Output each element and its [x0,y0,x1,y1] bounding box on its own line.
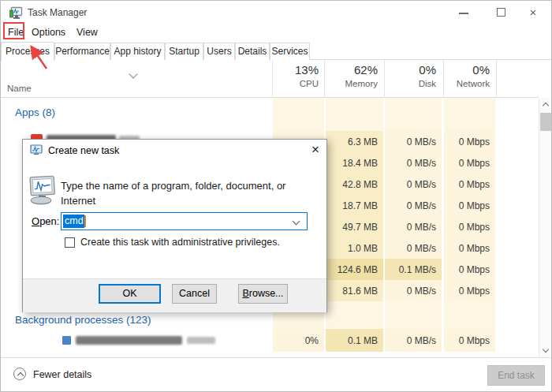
disk-value: 0 MB/s [385,174,442,195]
group-label-background: Background processes (123) [15,314,151,326]
tab-services[interactable]: Services [270,43,310,60]
fewer-details-toggle[interactable]: Fewer details [33,369,91,380]
memory-value: 6.3 MB [326,131,383,152]
disk-value: 0 MB/s [385,131,442,152]
window-title: Task Manager [28,7,87,18]
tab-strip: Processes Performance App history Startu… [1,42,551,60]
menu-view[interactable]: View [76,27,98,38]
column-header-name[interactable]: Name [7,84,32,93]
network-value: 0 Mbps [444,259,495,280]
memory-value: 49.7 MB [326,216,383,237]
tab-performance[interactable]: Performance [54,43,110,60]
vertical-scrollbar[interactable] [539,98,552,357]
network-value: 0 Mbps [444,174,495,195]
dialog-footer: OK Cancel Browse... [23,278,326,312]
memory-value: 81.6 MB [326,280,383,301]
tab-details[interactable]: Details [235,43,270,60]
column-header-network[interactable]: 0% Network [444,63,490,88]
close-button[interactable]: × [520,1,546,24]
close-icon: × [530,6,537,19]
memory-value: 18.7 MB [326,195,383,216]
network-value: 0 Mbps [444,195,495,216]
ok-button[interactable]: OK [99,284,161,304]
minimize-button[interactable] [450,1,477,24]
tab-users[interactable]: Users [203,43,235,60]
chevron-up-icon [543,103,549,109]
list-header: Name 13% CPU 62% Memory 0% Disk 0% Netwo… [1,60,539,98]
memory-value: 1.0 MB [326,237,383,259]
network-value: 0 Mbps [444,280,495,301]
text-caret [84,215,86,227]
column-header-memory[interactable]: 62% Memory [326,63,378,88]
chevron-down-icon [543,346,549,353]
disk-value: 0 MB/s [385,237,442,259]
memory-value: 18.4 MB [326,152,383,174]
dialog-close-icon[interactable]: × [311,142,319,158]
tab-processes[interactable]: Processes [1,42,54,61]
tab-startup[interactable]: Startup [165,43,203,60]
dialog-title: Create new task [48,145,119,156]
group-row-apps[interactable]: Apps (8) [1,98,539,131]
cpu-usage-total: 13% [273,63,319,77]
task-manager-window: Task Manager × File Options View Process… [0,0,552,392]
scroll-down-button[interactable] [539,344,552,357]
admin-privileges-label: Create this task with administrative pri… [80,237,280,248]
network-value: 0 Mbps [444,216,495,237]
network-value: 0 Mbps [444,329,495,352]
network-value: 0 Mbps [444,131,495,152]
disk-value: 0 MB/s [385,280,442,301]
memory-value: 124.6 MB [326,259,383,280]
dialog-titlebar: Create new task × [23,140,326,162]
open-combobox[interactable]: cmd [61,212,308,230]
menu-options[interactable]: Options [32,27,65,38]
annotation-box-file-menu [3,22,24,39]
disk-value: 0 MB/s [385,329,442,352]
admin-privileges-checkbox[interactable] [65,237,75,248]
maximize-button[interactable] [488,1,515,24]
disk-value: 0 MB/s [385,216,442,237]
minimize-icon [459,13,468,14]
network-value: 0 Mbps [444,152,495,174]
chevron-down-icon[interactable] [129,69,137,78]
memory-value: 42.8 MB [326,174,383,195]
memory-value: 0.1 MB [326,329,383,352]
end-task-button[interactable]: End task [487,365,545,386]
redacted-process-name [76,336,182,345]
column-header-disk[interactable]: 0% Disk [385,63,436,88]
disk-usage-total: 0% [385,63,436,77]
scroll-up-button[interactable] [539,98,552,111]
maximize-icon [497,8,505,17]
network-value: 0 Mbps [444,237,495,259]
task-manager-icon [9,6,23,20]
titlebar: Task Manager × [1,1,551,24]
disk-value: 0 MB/s [385,195,442,216]
process-icon [62,336,71,345]
group-label-apps: Apps (8) [15,106,55,118]
cpu-value: 0% [273,329,324,352]
scrollbar-thumb[interactable] [540,113,552,131]
cancel-button[interactable]: Cancel [172,284,217,304]
memory-usage-total: 62% [326,63,378,77]
process-row[interactable]: 0% 0.1 MB 0 MB/s 0 Mbps [1,329,539,352]
create-new-task-dialog: Create new task × Type the name of a pro… [22,139,327,312]
chevron-down-icon[interactable] [293,218,300,226]
run-dialog-icon [30,144,43,156]
computer-monitor-icon [28,174,59,207]
network-usage-total: 0% [444,63,490,77]
disk-value: 0.1 MB/s [385,259,442,280]
open-label: Open: [32,215,59,227]
combobox-value: cmd [63,215,84,228]
menubar: File Options View [1,24,551,42]
disk-value: 0 MB/s [385,152,442,174]
chevron-up-circle-icon[interactable] [13,368,26,380]
browse-button[interactable]: Browse... [238,284,288,304]
status-bar: Fewer details End task [1,357,551,392]
column-header-cpu[interactable]: 13% CPU [273,63,319,88]
tab-app-history[interactable]: App history [110,43,165,60]
